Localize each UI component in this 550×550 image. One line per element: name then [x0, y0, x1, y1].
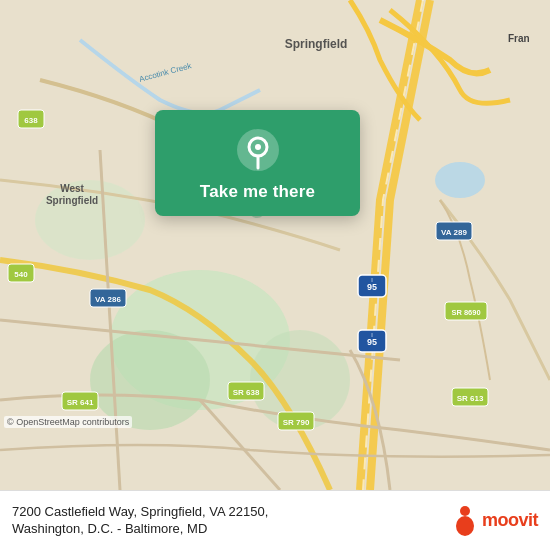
- svg-text:Springfield: Springfield: [285, 37, 348, 51]
- svg-point-29: [435, 162, 485, 198]
- svg-text:95: 95: [367, 282, 377, 292]
- location-pin-icon: [236, 128, 280, 172]
- svg-text:VA 286: VA 286: [95, 295, 121, 304]
- map-container: 95 I 95 I 638 540 VA 286 VA 289 SR 638 S…: [0, 0, 550, 490]
- moovit-label: moovit: [482, 510, 538, 531]
- address-container: 7200 Castlefield Way, Springfield, VA 22…: [12, 504, 438, 538]
- svg-point-38: [255, 144, 261, 150]
- address-line1: 7200 Castlefield Way, Springfield, VA 22…: [12, 504, 438, 521]
- svg-text:SR 641: SR 641: [67, 398, 94, 407]
- svg-text:SR 613: SR 613: [457, 394, 484, 403]
- map-attribution: © OpenStreetMap contributors: [4, 416, 132, 428]
- svg-text:Springfield: Springfield: [46, 195, 98, 206]
- svg-text:95: 95: [367, 337, 377, 347]
- svg-text:540: 540: [14, 270, 28, 279]
- svg-text:SR 790: SR 790: [283, 418, 310, 427]
- moovit-icon: [448, 504, 482, 538]
- bottom-bar: 7200 Castlefield Way, Springfield, VA 22…: [0, 490, 550, 550]
- address-line2: Washington, D.C. - Baltimore, MD: [12, 521, 438, 538]
- svg-text:SR 638: SR 638: [233, 388, 260, 397]
- moovit-logo: moovit: [448, 504, 538, 538]
- svg-rect-41: [458, 521, 472, 531]
- svg-text:Fran: Fran: [508, 33, 530, 44]
- svg-text:638: 638: [24, 116, 38, 125]
- svg-text:West: West: [60, 183, 84, 194]
- svg-text:SR 8690: SR 8690: [451, 308, 480, 317]
- card-overlay: Take me there: [155, 110, 360, 216]
- take-me-there-button[interactable]: Take me there: [200, 182, 315, 202]
- svg-text:VA 289: VA 289: [441, 228, 467, 237]
- svg-point-39: [460, 506, 470, 516]
- svg-point-2: [90, 330, 210, 430]
